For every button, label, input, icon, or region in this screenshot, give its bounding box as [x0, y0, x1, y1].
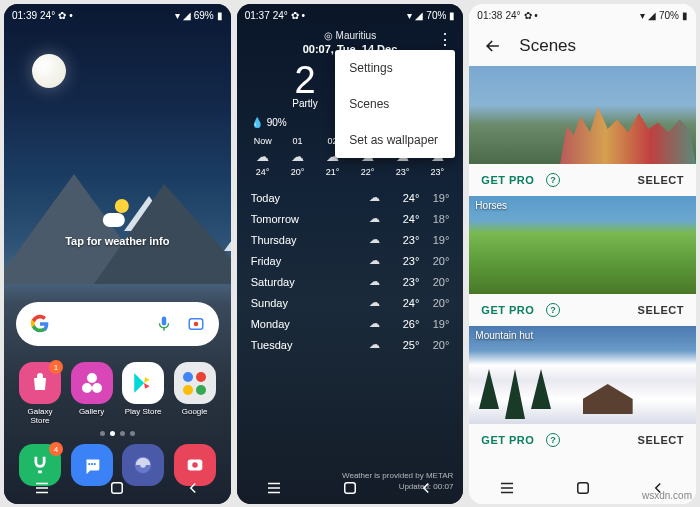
google-search-bar[interactable]	[16, 302, 219, 346]
location-label: ◎ Mauritius	[237, 30, 464, 41]
day-row: Tuesday☁25°20°	[251, 334, 450, 355]
home-button[interactable]	[574, 479, 592, 497]
wifi-icon: ▾	[407, 10, 412, 21]
home-button[interactable]	[341, 479, 359, 497]
day-row: Friday☁23°20°	[251, 250, 450, 271]
home-screen: 01:39 24° ✿ • ▾ ◢ 69% ▮ Tap for weather …	[4, 4, 231, 504]
nav-bar	[237, 472, 464, 504]
watermark: wsxdn.com	[642, 490, 692, 501]
lens-icon[interactable]	[187, 315, 205, 333]
select-button[interactable]: SELECT	[638, 434, 684, 446]
nav-bar	[4, 472, 231, 504]
status-temp: 24°	[40, 10, 55, 21]
help-icon[interactable]: ?	[546, 433, 560, 447]
droplet-icon: 💧	[251, 117, 263, 128]
scene-image	[469, 66, 696, 164]
get-pro-button[interactable]: GET PRO	[481, 434, 534, 446]
scenes-header: Scenes	[469, 26, 696, 66]
get-pro-button[interactable]: GET PRO	[481, 174, 534, 186]
signal-icon: ◢	[415, 10, 423, 21]
battery-icon: ▮	[217, 10, 223, 21]
scene-card[interactable]: Horses GET PRO ? SELECT	[469, 196, 696, 326]
scenes-content: 01:38 24° ✿ • ▾ ◢ 70% ▮ Scenes GET PRO ?…	[469, 4, 696, 504]
svg-rect-10	[577, 483, 588, 494]
hour-item: Now☁24°	[247, 136, 279, 177]
widget-label: Tap for weather info	[65, 235, 169, 247]
recents-button[interactable]	[265, 479, 283, 497]
scene-image: Mountain hut	[469, 326, 696, 424]
day-row: Today☁24°19°	[251, 187, 450, 208]
battery-pct: 70%	[659, 10, 679, 21]
scene-card[interactable]: GET PRO ? SELECT	[469, 66, 696, 196]
battery-icon: ▮	[682, 10, 688, 21]
back-arrow-icon[interactable]	[483, 36, 503, 56]
scenes-screen: 01:38 24° ✿ • ▾ ◢ 70% ▮ Scenes GET PRO ?…	[469, 4, 696, 504]
app-row-1: 1Galaxy StoreGalleryPlay StoreGoogle	[18, 362, 217, 425]
scene-tag: Mountain hut	[475, 330, 533, 341]
help-icon[interactable]: ?	[546, 173, 560, 187]
page-title: Scenes	[519, 36, 576, 56]
settings-icon: ✿	[58, 10, 66, 21]
svg-rect-9	[345, 483, 356, 494]
app-Google[interactable]: Google	[173, 362, 217, 425]
svg-point-3	[90, 463, 92, 465]
status-time: 01:39	[12, 10, 37, 21]
svg-point-2	[88, 463, 90, 465]
menu-settings[interactable]: Settings	[335, 50, 455, 86]
recents-button[interactable]	[498, 479, 516, 497]
scene-image: Horses	[469, 196, 696, 294]
status-bar: 01:38 24° ✿ • ▾ ◢ 70% ▮	[469, 4, 696, 26]
status-temp: 24°	[505, 10, 520, 21]
battery-icon: ▮	[449, 10, 455, 21]
wifi-icon: ▾	[640, 10, 645, 21]
svg-rect-8	[112, 483, 123, 494]
scene-list[interactable]: GET PRO ? SELECT Horses GET PRO ? SELECT…	[469, 66, 696, 456]
day-row: Thursday☁23°19°	[251, 229, 450, 250]
status-bar: 01:37 24° ✿ • ▾ ◢ 70% ▮	[237, 4, 464, 26]
weather-widget[interactable]: Tap for weather info	[65, 199, 169, 249]
day-row: Saturday☁23°20°	[251, 271, 450, 292]
moon	[32, 54, 66, 88]
help-icon[interactable]: ?	[546, 303, 560, 317]
app-Gallery[interactable]: Gallery	[70, 362, 114, 425]
menu-scenes[interactable]: Scenes	[335, 86, 455, 122]
overflow-menu-button[interactable]: ⋮	[437, 30, 453, 49]
status-time: 01:37	[245, 10, 270, 21]
battery-pct: 70%	[426, 10, 446, 21]
svg-point-4	[93, 463, 95, 465]
day-row: Monday☁26°19°	[251, 313, 450, 334]
scene-card[interactable]: Mountain hut GET PRO ? SELECT	[469, 326, 696, 456]
app-Play Store[interactable]: Play Store	[121, 362, 165, 425]
google-logo-icon	[30, 314, 50, 334]
app-Galaxy Store[interactable]: 1Galaxy Store	[18, 362, 62, 425]
get-pro-button[interactable]: GET PRO	[481, 304, 534, 316]
select-button[interactable]: SELECT	[638, 304, 684, 316]
signal-icon: ◢	[183, 10, 191, 21]
select-button[interactable]: SELECT	[638, 174, 684, 186]
signal-icon: ◢	[648, 10, 656, 21]
svg-point-1	[193, 322, 198, 327]
scene-tag: Horses	[475, 200, 507, 211]
status-bar: 01:39 24° ✿ • ▾ ◢ 69% ▮	[4, 4, 231, 26]
weather-icon	[103, 199, 131, 227]
back-button[interactable]	[184, 479, 202, 497]
recents-button[interactable]	[33, 479, 51, 497]
hour-item: 01☁20°	[282, 136, 314, 177]
status-time: 01:38	[477, 10, 502, 21]
day-row: Tomorrow☁24°18°	[251, 208, 450, 229]
weather-app: 01:37 24° ✿ • ▾ ◢ 70% ▮ ⋮ Settings Scene…	[237, 4, 464, 504]
home-button[interactable]	[108, 479, 126, 497]
svg-point-7	[192, 462, 198, 468]
overflow-menu: Settings Scenes Set as wallpaper	[335, 50, 455, 158]
day-row: Sunday☁24°20°	[251, 292, 450, 313]
menu-set-wallpaper[interactable]: Set as wallpaper	[335, 122, 455, 158]
back-button[interactable]	[417, 479, 435, 497]
daily-forecast[interactable]: Today☁24°19°Tomorrow☁24°18°Thursday☁23°1…	[237, 181, 464, 355]
wifi-icon: ▾	[175, 10, 180, 21]
battery-pct: 69%	[194, 10, 214, 21]
status-temp: 24°	[273, 10, 288, 21]
mic-icon[interactable]	[155, 315, 173, 333]
page-indicator[interactable]	[18, 431, 217, 436]
